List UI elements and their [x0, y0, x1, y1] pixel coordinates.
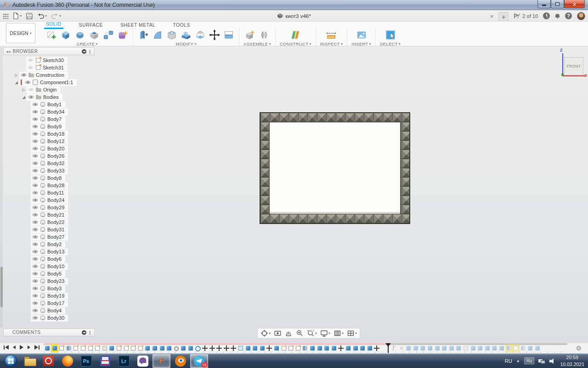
visibility-eye-icon[interactable] — [32, 206, 38, 209]
browser-tree-row[interactable]: Body9 — [3, 123, 95, 130]
visibility-eye-icon[interactable] — [32, 176, 38, 180]
tab-surface[interactable]: SURFACE — [77, 22, 105, 29]
revolve-icon[interactable] — [74, 29, 86, 41]
browser-tree-row[interactable]: Origin — [3, 86, 95, 93]
visibility-eye-icon[interactable] — [32, 294, 38, 298]
taskbar-clock[interactable]: 20:59 10.03.2021 — [560, 354, 584, 367]
timeline-feature-icon[interactable] — [331, 345, 337, 351]
tab-tools[interactable]: TOOLS — [171, 22, 192, 29]
redo-button[interactable] — [51, 13, 61, 19]
taskbar-lightroom[interactable]: Lr — [115, 354, 133, 368]
browser-scrollbar[interactable] — [0, 47, 3, 328]
timeline-feature-icon[interactable] — [52, 345, 57, 351]
timeline-feature-icon[interactable] — [470, 345, 476, 351]
go-to-start-button[interactable] — [4, 345, 9, 350]
browser-tree-row[interactable]: Body6 — [3, 255, 95, 263]
browser-tree-row[interactable]: Body10 — [3, 263, 95, 270]
timeline-feature-icon[interactable] — [317, 345, 322, 351]
timeline-feature-icon[interactable] — [420, 345, 425, 351]
timeline-feature-icon[interactable] — [59, 345, 64, 351]
step-back-button[interactable] — [13, 345, 16, 349]
timeline-feature-icon[interactable] — [324, 345, 329, 351]
visibility-eye-icon[interactable] — [21, 73, 27, 77]
timeline-feature-icon[interactable] — [109, 345, 114, 351]
timeline-feature-icon[interactable] — [130, 345, 136, 351]
visibility-eye-icon[interactable] — [32, 242, 38, 246]
play-button[interactable] — [20, 345, 23, 350]
taskbar-telegram[interactable]: 72 — [190, 354, 208, 368]
timeline-feature-icon[interactable] — [260, 345, 265, 351]
group-label-insert[interactable]: INSERT — [351, 41, 371, 46]
timeline-feature-icon[interactable] — [374, 345, 379, 351]
timeline-feature-icon[interactable] — [181, 345, 186, 351]
visibility-eye-icon[interactable] — [32, 250, 38, 253]
visibility-eye-icon[interactable] — [32, 287, 38, 290]
taskbar-screen-capture[interactable] — [40, 354, 57, 368]
timeline-feature-icon[interactable] — [224, 345, 229, 351]
minimize-button[interactable] — [537, 0, 551, 8]
taskbar-firefox[interactable] — [58, 354, 76, 368]
browser-tree-row[interactable]: Body20 — [3, 145, 95, 152]
visibility-eye-icon[interactable] — [32, 184, 38, 187]
language-indicator[interactable]: RU — [505, 358, 512, 364]
visibility-eye-icon[interactable] — [32, 103, 38, 106]
disclosure-triangle-icon[interactable] — [13, 73, 19, 77]
browser-tree-row[interactable]: Body4 — [3, 307, 95, 314]
timeline-feature-icon[interactable] — [116, 345, 122, 351]
browser-panel-header[interactable]: ◂◂ BROWSER ❙ — [3, 47, 95, 55]
frame-3d-model[interactable] — [260, 112, 410, 224]
insert-canvas-icon[interactable] — [356, 29, 368, 41]
hidden-icons-arrow-icon[interactable]: ▲ — [516, 359, 520, 363]
visibility-eye-icon[interactable] — [28, 88, 34, 92]
timeline-feature-icon[interactable] — [535, 345, 540, 351]
close-button[interactable] — [564, 0, 585, 8]
visibility-eye-icon[interactable] — [32, 169, 38, 172]
disclosure-triangle-icon[interactable] — [21, 95, 27, 99]
timeline-feature-icon[interactable] — [338, 345, 344, 351]
visibility-eye-icon[interactable] — [28, 95, 34, 99]
visibility-eye-icon[interactable] — [32, 161, 38, 165]
group-label-select[interactable]: SELECT — [380, 41, 401, 46]
visibility-eye-icon[interactable] — [32, 235, 38, 239]
visibility-eye-icon[interactable] — [32, 191, 38, 195]
pan-icon[interactable] — [285, 329, 293, 337]
timeline-feature-icon[interactable] — [188, 345, 193, 351]
orbit-icon[interactable] — [260, 329, 271, 337]
browser-tree-row[interactable]: Body24 — [3, 196, 95, 204]
timeline-feature-icon[interactable] — [456, 345, 461, 351]
timeline-feature-icon[interactable] — [413, 345, 418, 351]
job-status-indicator[interactable]: 2 of 10 — [514, 13, 538, 19]
group-label-construct[interactable]: CONSTRUCT — [280, 41, 311, 46]
timeline-feature-icon[interactable] — [238, 345, 243, 351]
visibility-eye-icon[interactable] — [32, 220, 38, 224]
timeline-feature-icon[interactable] — [274, 345, 279, 351]
timeline-feature-icon[interactable] — [406, 345, 411, 351]
visibility-eye-icon[interactable] — [32, 301, 38, 305]
visibility-eye-icon[interactable] — [32, 257, 38, 261]
taskbar-file-explorer[interactable] — [21, 354, 39, 368]
timeline-feature-icon[interactable] — [152, 345, 158, 351]
joint-icon[interactable] — [258, 29, 270, 41]
timeline-settings-gear-icon[interactable] — [576, 345, 582, 352]
browser-tree-row[interactable]: Body5 — [3, 270, 95, 277]
browser-tree-row[interactable]: Body12 — [3, 138, 95, 145]
visibility-eye-icon[interactable] — [32, 132, 38, 136]
timeline-feature-icon[interactable] — [145, 345, 150, 351]
look-at-icon[interactable] — [274, 329, 282, 337]
timeline-feature-icon[interactable] — [95, 345, 100, 351]
file-menu-button[interactable] — [13, 12, 22, 19]
grid-display-icon[interactable] — [334, 329, 344, 337]
browser-tree-row[interactable]: Body21 — [3, 211, 95, 218]
visibility-eye-icon[interactable] — [32, 147, 38, 150]
taskbar-fusion-360[interactable]: F — [153, 354, 170, 368]
disclosure-triangle-icon[interactable] — [13, 80, 19, 85]
browser-tree-row[interactable]: Body18 — [3, 130, 95, 138]
go-to-end-button[interactable] — [34, 345, 40, 350]
visibility-eye-icon[interactable] — [32, 125, 38, 128]
group-label-assemble[interactable]: ASSEMBLE — [243, 41, 271, 46]
user-avatar[interactable] — [577, 12, 585, 20]
timeline-feature-icon[interactable] — [138, 345, 143, 351]
timeline-feature-icon[interactable] — [399, 345, 404, 351]
timeline-feature-icon[interactable] — [66, 345, 72, 351]
timeline-feature-icon[interactable] — [310, 345, 315, 351]
